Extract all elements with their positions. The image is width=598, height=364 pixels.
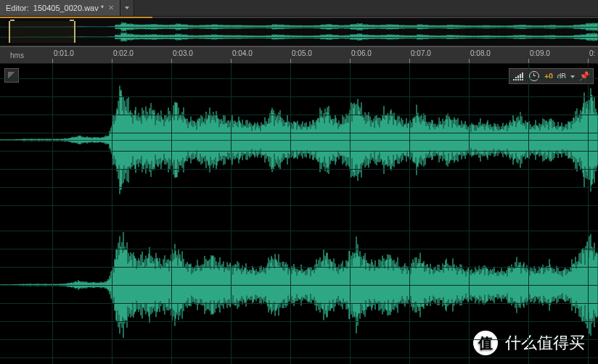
time-tick: 0:06.0 [351,49,372,57]
overview-selection-handle[interactable] [9,21,75,43]
time-ruler[interactable]: hms 0:01.00:02.00:03.00:04.00:05.00:06.0… [0,46,598,64]
time-tick: 0:03.0 [173,49,193,57]
tab-dropdown[interactable] [120,0,134,16]
time-tick: 0:05.0 [292,49,312,57]
channel-left [0,71,598,209]
time-tick: 0: [589,49,595,57]
tab-filename: 150405_0020.wav * [33,4,104,12]
time-tick: 0:02.0 [113,49,134,57]
time-unit-label: hms [10,51,24,59]
tab-bar: Editor: 150405_0020.wav * ✕ [0,0,598,17]
chevron-down-icon [125,7,129,9]
overview-wave [0,20,598,44]
time-tick: 0:01.0 [54,49,74,57]
time-tick: 0:08.0 [470,49,491,57]
time-tick: 0:09.0 [530,49,550,57]
watermark-badge: 值 [473,331,498,355]
audio-editor-window: Editor: 150405_0020.wav * ✕ hms 0:01.00:… [0,0,598,364]
watermark-text: 什么值得买 [505,332,585,354]
close-icon[interactable]: ✕ [108,4,114,12]
watermark: 值 什么值得买 [473,331,585,355]
time-tick: 0:04.0 [232,49,253,57]
time-tick: 0:07.0 [411,49,431,57]
tab-prefix: Editor: [6,4,29,12]
overview-panel[interactable] [0,18,598,46]
editor-tab[interactable]: Editor: 150405_0020.wav * ✕ [0,0,120,16]
waveform-display[interactable]: +0 dB 📌 值 什么值得买 [0,64,598,364]
